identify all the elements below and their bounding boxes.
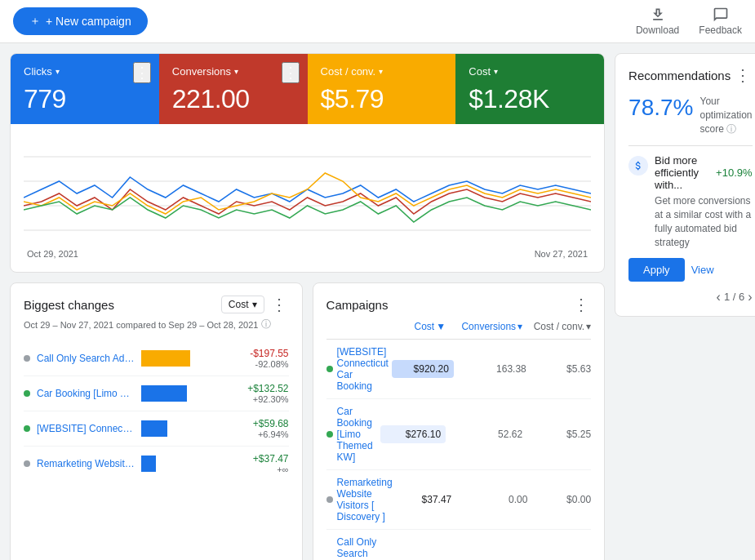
view-button[interactable]: View bbox=[691, 264, 714, 276]
cost-conv-value: $5.79 bbox=[321, 84, 443, 114]
main-content: Clicks ▾ 779 ⋮ Conversions ▾ 221.00 ⋮ bbox=[0, 43, 755, 560]
metric-cost: Cost ▾ $1.28K bbox=[455, 54, 604, 124]
camp-cost-3: $37.47 bbox=[396, 491, 457, 509]
rec-divider bbox=[628, 145, 752, 146]
rec-item-name: Bid more efficiently with... bbox=[655, 154, 716, 191]
change-row-4: Remarketing Website V... +$37.47 +∞ bbox=[24, 447, 289, 481]
camp-cpc-3: $0.00 bbox=[531, 494, 591, 505]
sort-chevron-icon: ▾ bbox=[252, 299, 257, 310]
chart-dates: Oct 29, 2021 Nov 27, 2021 bbox=[24, 249, 591, 265]
col-cpc-header[interactable]: Cost / conv. ▾ bbox=[526, 321, 591, 332]
feedback-action[interactable]: Feedback bbox=[699, 7, 742, 36]
rec-title: Recommendations bbox=[628, 69, 731, 82]
clicks-more-button[interactable]: ⋮ bbox=[133, 62, 151, 83]
changes-sort-button[interactable]: Cost ▾ bbox=[221, 296, 264, 313]
rec-more-button[interactable]: ⋮ bbox=[735, 65, 753, 85]
rec-badge: +10.9% bbox=[716, 167, 752, 179]
plus-icon: ＋ bbox=[29, 14, 41, 29]
camp-cost-1: $920.20 bbox=[392, 360, 454, 378]
rec-prev-button[interactable]: ‹ bbox=[717, 290, 721, 304]
camp-name-2[interactable]: Car Booking [Limo Themed KW] bbox=[337, 406, 378, 463]
change-campaign-3[interactable]: [WEBSITE] Connecticu... bbox=[37, 423, 135, 434]
rec-info-icon[interactable]: ⓘ bbox=[726, 123, 736, 135]
col-conv-header[interactable]: Conversions ▾ bbox=[449, 321, 522, 332]
apply-button[interactable]: Apply bbox=[628, 258, 685, 282]
campaigns-title: Campaigns bbox=[326, 298, 389, 312]
bar-container-1 bbox=[141, 350, 217, 367]
rec-score: 78.7% bbox=[628, 95, 693, 121]
camp-conv-3: 0.00 bbox=[460, 494, 527, 505]
metrics-chart-card: Clicks ▾ 779 ⋮ Conversions ▾ 221.00 ⋮ bbox=[10, 53, 605, 273]
camp-conv-2: 52.62 bbox=[449, 429, 522, 440]
campaigns-header: Campaigns ⋮ bbox=[326, 295, 592, 314]
cost-sort-icon: ▼ bbox=[436, 321, 446, 332]
conversions-chevron[interactable]: ▾ bbox=[234, 67, 238, 76]
cost-label: Cost ▾ bbox=[469, 65, 591, 78]
change-campaign-2[interactable]: Car Booking [Limo The... bbox=[37, 388, 135, 399]
clicks-chevron[interactable]: ▾ bbox=[56, 67, 60, 76]
download-label: Download bbox=[636, 24, 679, 36]
rec-item-icon bbox=[628, 156, 648, 176]
cost-conv-label: Cost / conv. ▾ bbox=[321, 65, 443, 78]
rec-item-content: Bid more efficiently with... +10.9% Get … bbox=[655, 154, 752, 249]
conversions-more-button[interactable]: ⋮ bbox=[282, 62, 300, 83]
change-row-1: Call Only Search Ads - ... -$197.55 -92.… bbox=[24, 341, 289, 376]
cost-conv-chevron[interactable]: ▾ bbox=[379, 67, 383, 76]
bid-icon bbox=[633, 160, 644, 171]
chart-area: Oct 29, 2021 Nov 27, 2021 bbox=[11, 124, 604, 272]
clicks-label: Clicks ▾ bbox=[24, 65, 146, 78]
conversions-value: 221.00 bbox=[172, 84, 295, 114]
cost-chevron[interactable]: ▾ bbox=[494, 67, 498, 76]
change-value-4: +$37.47 +∞ bbox=[224, 453, 289, 474]
rec-nav-text: 1 / 6 bbox=[724, 291, 744, 303]
changes-more-button[interactable]: ⋮ bbox=[271, 295, 289, 314]
campaigns-card: Campaigns ⋮ Cost ▼ Conversions ▾ Cos bbox=[313, 282, 606, 560]
change-campaign-1[interactable]: Call Only Search Ads - ... bbox=[37, 353, 135, 364]
camp-name-1[interactable]: [WEBSITE] Connecticut Car Booking bbox=[337, 346, 389, 392]
clicks-value: 779 bbox=[24, 84, 146, 114]
campaigns-table-header: Cost ▼ Conversions ▾ Cost / conv. ▾ bbox=[326, 318, 592, 340]
change-bar-2 bbox=[141, 385, 187, 402]
right-column: Recommendations ⋮ 78.7% Your optimizatio… bbox=[615, 53, 755, 560]
rec-actions: Apply View bbox=[628, 258, 752, 282]
status-dot-3 bbox=[24, 425, 30, 432]
changes-info-icon[interactable]: ⓘ bbox=[261, 318, 271, 331]
recommendations-card: Recommendations ⋮ 78.7% Your optimizatio… bbox=[615, 53, 755, 317]
change-row-3: [WEBSITE] Connecticu... +$59.68 +6.94% bbox=[24, 411, 289, 447]
rec-next-button[interactable]: › bbox=[748, 290, 752, 304]
chart-date-end: Nov 27, 2021 bbox=[535, 249, 588, 259]
camp-name-4[interactable]: Call Only Search Ads - LGA , JFK , NWK bbox=[337, 536, 378, 560]
camp-dot-2 bbox=[326, 431, 333, 438]
change-campaign-4[interactable]: Remarketing Website V... bbox=[37, 458, 135, 469]
rec-score-label-wrap: Your optimization score ⓘ bbox=[700, 95, 753, 136]
bar-container-2 bbox=[141, 385, 217, 402]
new-campaign-button[interactable]: ＋ + New campaign bbox=[13, 7, 148, 35]
change-value-3: +$59.68 +6.94% bbox=[224, 418, 289, 439]
camp-dot-1 bbox=[326, 366, 333, 372]
camp-cpc-1: $5.63 bbox=[530, 363, 591, 375]
camp-row-1: [WEBSITE] Connecticut Car Booking $920.2… bbox=[326, 340, 592, 399]
col-cost-header[interactable]: Cost ▼ bbox=[372, 321, 446, 332]
cost-value: $1.28K bbox=[469, 84, 591, 114]
change-value-2: +$132.52 +92.30% bbox=[224, 383, 289, 404]
performance-chart bbox=[24, 132, 591, 247]
cpc-sort-icon: ▾ bbox=[586, 321, 591, 332]
rec-item: Bid more efficiently with... +10.9% Get … bbox=[628, 154, 752, 249]
change-row-2: Car Booking [Limo The... +$132.52 +92.30… bbox=[24, 376, 289, 411]
left-column: Clicks ▾ 779 ⋮ Conversions ▾ 221.00 ⋮ bbox=[10, 53, 605, 560]
conversions-label: Conversions ▾ bbox=[172, 65, 295, 78]
bar-container-4 bbox=[141, 456, 217, 472]
chart-date-start: Oct 29, 2021 bbox=[27, 249, 78, 259]
status-dot-2 bbox=[24, 390, 30, 397]
camp-conv-1: 163.38 bbox=[457, 363, 526, 375]
changes-header: Biggest changes Cost ▾ ⋮ bbox=[24, 295, 289, 314]
metric-conversions: Conversions ▾ 221.00 ⋮ bbox=[159, 54, 308, 124]
change-bar-1 bbox=[141, 350, 190, 367]
bottom-row: Biggest changes Cost ▾ ⋮ Oct 29 – Nov 27… bbox=[10, 282, 605, 560]
biggest-changes-card: Biggest changes Cost ▾ ⋮ Oct 29 – Nov 27… bbox=[10, 282, 303, 560]
camp-name-3[interactable]: Remarketing Website Visitors [ Discovery… bbox=[337, 477, 393, 522]
status-dot-1 bbox=[24, 355, 30, 362]
campaigns-more-button[interactable]: ⋮ bbox=[573, 295, 591, 314]
download-action[interactable]: Download bbox=[636, 7, 679, 36]
camp-row-2: Car Booking [Limo Themed KW] $276.10 52.… bbox=[326, 399, 592, 470]
